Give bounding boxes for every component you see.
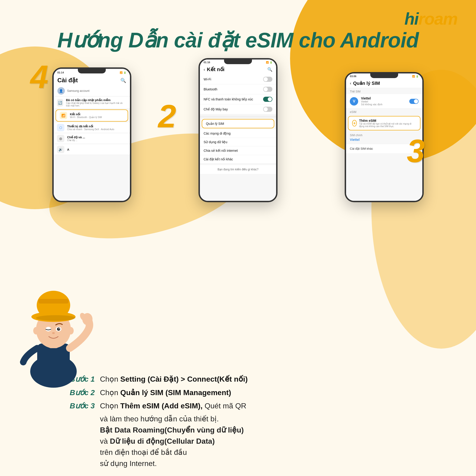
conn-airplane-label: Chế độ Máy bay	[204, 107, 228, 111]
svg-rect-6	[38, 299, 68, 304]
phone3-header: ‹ Quản lý SIM	[346, 78, 422, 88]
esim-add-title: Thêm eSIM	[359, 119, 416, 122]
phone1-notch	[78, 69, 106, 73]
phone3-notch	[370, 73, 398, 78]
mode-item-text: Chế độ và ... Chế độ ...	[67, 136, 85, 142]
phone2-battery-icon: 🔋	[270, 61, 272, 64]
samsung-account-row[interactable]: 👤 Samsung account	[54, 86, 130, 96]
conn-nfc-label: NFC và thanh toán không tiếp xúc	[204, 97, 253, 101]
phone2-wifi-icon: 📶	[266, 61, 269, 64]
conn-sim-management[interactable]: Quản lý SIM	[202, 119, 274, 128]
mode-sub: Chế độ ...	[67, 139, 85, 142]
conn-nfc[interactable]: NFC và thanh toán không tiếp xúc	[200, 94, 276, 104]
esim-add-text: Thêm eSIM Tải về eSIM để bạn có thể kết …	[359, 119, 416, 128]
battery-icon: 🔋	[123, 71, 126, 74]
sim-viettel-operator: Viettel	[361, 100, 407, 103]
step3-line5: trên điện thoại để bắt đầu	[70, 447, 462, 458]
connect-icon: 📶	[61, 114, 65, 117]
conn-wifi[interactable]: Wi-Fi	[200, 74, 276, 84]
phone2-header: ‹ Kết nối 🔍	[200, 64, 276, 74]
step2-text: Chọn Quản lý SIM (SIM Management)	[100, 387, 231, 399]
svg-point-9	[57, 327, 60, 331]
phone3-time: 03:06	[350, 75, 356, 78]
mode-icon: ◎	[59, 137, 62, 140]
svg-point-16	[36, 315, 76, 321]
settings-item-sound[interactable]: 🔊 A	[54, 144, 130, 155]
phone2-content: 01:16 📶 🔋 ‹ Kết nối 🔍 Wi-Fi Bluetooth	[200, 60, 276, 201]
update-icon: 🔄	[58, 101, 62, 105]
logo-hi: hi	[404, 10, 418, 28]
step2-row: Bước 2 Chọn Quản lý SIM (SIM Management)	[70, 387, 462, 399]
sim-avatar-letter: V	[353, 99, 355, 103]
settings-item-connect[interactable]: 📶 Kết nối Wi-Fi · Bluetooth · Quản lý SI…	[55, 109, 128, 121]
bluetooth-toggle[interactable]	[263, 87, 272, 92]
paired-icon: ⬡	[59, 126, 62, 129]
conn-wifi-label: Wi-Fi	[204, 77, 211, 81]
connect-icon-box: 📶	[60, 112, 67, 119]
conn-airplane[interactable]: Chế độ Máy bay	[200, 104, 276, 114]
svg-point-7	[46, 327, 51, 331]
airplane-toggle[interactable]	[263, 107, 272, 112]
viettel-sim-toggle[interactable]	[409, 99, 419, 104]
step-number-3: 3	[407, 135, 425, 167]
step3-line4: và Dữ liệu di động(Cellular Data)	[70, 436, 462, 447]
page-title: Hướng Dẫn cài đặt eSIM cho Android	[0, 28, 476, 52]
settings-item-update[interactable]: 🔄 Đã có bản cập nhật phần mềm Cập nhật đ…	[54, 97, 130, 109]
paired-icon-box: ⬡	[57, 124, 64, 131]
update-icon-box: 🔄	[57, 99, 63, 106]
sound-item-text: A	[67, 148, 69, 151]
paired-sub: Chia sẻ nhanh · Samsung DeX · Android Au…	[67, 128, 114, 131]
step3-line2: và làm theo hướng dẫn của thiết bị.	[70, 413, 462, 425]
nfc-toggle[interactable]	[263, 97, 272, 102]
phone3-wifi-icon: 📶	[412, 75, 415, 78]
phone2-search-icon[interactable]: 🔍	[267, 67, 272, 72]
settings-item-mode[interactable]: ◎ Chế độ và ... Chế độ ...	[54, 133, 130, 144]
phone3-screen-title: Quản lý SIM	[353, 80, 380, 86]
sound-icon-box: 🔊	[57, 146, 64, 153]
phone1-header: Cài đặt 🔍	[54, 74, 130, 86]
update-item-text: Đã có bản cập nhật phần mềm Cập nhật để …	[66, 98, 127, 107]
sim-viettel-text: Viettel Viettel Số không xác định	[361, 96, 407, 106]
step3-label: Bước 3	[70, 400, 100, 412]
svg-point-12	[68, 327, 74, 334]
character-illustration	[9, 274, 98, 390]
step1-row: Bước 1 Chọn Setting (Cài Đặt) > Connect(…	[70, 373, 462, 385]
conn-data-label: Sử dụng dữ liệu	[204, 140, 227, 144]
wifi-toggle[interactable]	[263, 77, 272, 82]
sim-the-sim-label: Thẻ SIM	[346, 88, 422, 94]
svg-rect-1	[37, 343, 70, 381]
sound-icon: 🔊	[59, 148, 63, 151]
add-esim-button[interactable]: + Thêm eSIM Tải về eSIM để bạn có thể kế…	[348, 116, 421, 130]
settings-item-paired[interactable]: ⬡ Thiết bị đã kết nối Chia sẻ nhanh · Sa…	[54, 122, 130, 133]
conn-hotspot[interactable]: Chia sẻ kết nối internet	[200, 146, 276, 155]
esim-plus-icon: +	[352, 120, 357, 126]
conn-hotspot-label: Chia sẻ kết nối internet	[204, 149, 238, 153]
conn-search-prompt[interactable]: Bạn đang tìm kiếm điều gì khác?	[200, 165, 276, 174]
conn-other-label: Cài đặt kết nối khác	[204, 157, 233, 161]
phone3-back-icon[interactable]: ‹	[350, 81, 351, 86]
paired-title: Thiết bị đã kết nối	[67, 125, 114, 128]
phone2-screen-title: Kết nối	[207, 67, 265, 72]
connect-title: Kết nối	[70, 113, 102, 116]
brand-logo: hiroam	[404, 9, 458, 28]
logo-roam: roam	[418, 10, 458, 28]
conn-mobile-label: Các mạng di động	[204, 132, 231, 135]
esim-section-label: eSIM	[346, 109, 422, 115]
conn-bluetooth[interactable]: Bluetooth	[200, 84, 276, 94]
svg-point-10	[59, 328, 60, 329]
conn-sim-label: Quản lý SIM	[206, 122, 224, 125]
samsung-account-label: Samsung account	[67, 89, 89, 92]
conn-data-usage[interactable]: Sử dụng dữ liệu	[200, 138, 276, 146]
sim-viettel-item[interactable]: V Viettel Viettel Số không xác định	[346, 94, 422, 109]
sim-viettel-avatar: V	[350, 97, 358, 105]
phone1-search-icon[interactable]: 🔍	[120, 78, 126, 83]
conn-other-settings[interactable]: Cài đặt kết nối khác	[200, 155, 276, 164]
phone2-time: 01:16	[204, 61, 210, 64]
conn-mobile-networks[interactable]: Các mạng di động	[200, 129, 276, 138]
back-arrow-icon[interactable]: ‹	[204, 67, 205, 72]
step1-text: Chọn Setting (Cài Đặt) > Connect(Kết nối…	[100, 373, 248, 385]
phone3-status-icons: 📶 🔋	[412, 75, 419, 78]
phone1-status-icons: 📶 🔋	[120, 71, 126, 74]
samsung-avatar: 👤	[57, 87, 65, 95]
instructions-section: Bước 1 Chọn Setting (Cài Đặt) > Connect(…	[70, 373, 462, 469]
